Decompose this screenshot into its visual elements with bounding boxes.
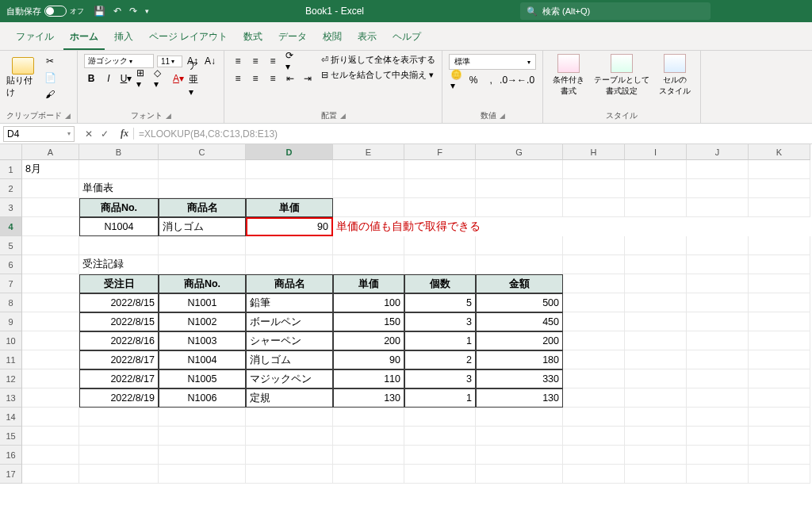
tab-home[interactable]: ホーム [63, 27, 105, 50]
cell[interactable] [687, 255, 749, 274]
cell[interactable] [687, 465, 749, 484]
cell[interactable] [404, 465, 476, 484]
cell[interactable] [159, 446, 246, 465]
undo-icon[interactable]: ↶ [113, 6, 121, 17]
col-header[interactable]: F [404, 144, 476, 160]
cell[interactable] [333, 255, 404, 274]
cell[interactable] [625, 236, 687, 255]
cell[interactable] [687, 446, 749, 465]
cell[interactable]: 5 [404, 293, 476, 312]
cell[interactable] [749, 388, 810, 408]
cell[interactable] [687, 408, 749, 427]
cell[interactable] [625, 274, 687, 293]
cell[interactable] [563, 408, 625, 427]
cell[interactable] [404, 179, 476, 198]
cell[interactable] [22, 198, 79, 217]
col-header[interactable]: C [159, 144, 246, 160]
cell[interactable] [687, 198, 749, 217]
cell[interactable]: N1002 [159, 312, 246, 331]
currency-icon[interactable]: 🪙 ▾ [449, 73, 463, 87]
cell[interactable]: シャーペン [246, 331, 333, 350]
cell[interactable] [476, 198, 563, 217]
cell[interactable] [687, 350, 749, 369]
row-header[interactable]: 9 [0, 312, 22, 331]
cell[interactable] [246, 427, 333, 446]
cell[interactable] [79, 465, 159, 484]
cell[interactable] [563, 274, 625, 293]
cell[interactable] [22, 236, 79, 255]
cell[interactable] [749, 236, 810, 255]
cell[interactable] [159, 408, 246, 427]
cell[interactable] [625, 179, 687, 198]
cell[interactable]: 単価の値も自動で取得できる [333, 217, 634, 236]
row-header[interactable]: 16 [0, 446, 22, 465]
cell[interactable]: 3 [404, 312, 476, 331]
align-left-icon[interactable]: ≡ [231, 71, 245, 86]
cell[interactable]: 90 [333, 350, 404, 369]
cell[interactable] [79, 446, 159, 465]
cell[interactable] [22, 408, 79, 427]
save-icon[interactable]: 💾 [94, 6, 105, 17]
phonetic-button[interactable]: ア亜 ▾ [189, 71, 203, 86]
cell[interactable] [333, 198, 404, 217]
percent-icon[interactable]: % [466, 73, 481, 87]
cell[interactable] [687, 179, 749, 198]
cell[interactable] [749, 179, 810, 198]
cell[interactable] [687, 369, 749, 388]
cell[interactable] [79, 160, 159, 179]
cell[interactable] [404, 198, 476, 217]
cell[interactable] [563, 255, 625, 274]
cell[interactable] [749, 408, 810, 427]
cell[interactable] [687, 312, 749, 331]
cell[interactable] [246, 465, 333, 484]
cell[interactable]: 330 [476, 369, 563, 388]
merge-center-button[interactable]: ⊟ セルを結合して中央揃え ▾ [321, 69, 435, 81]
col-header[interactable]: B [79, 144, 159, 160]
cell[interactable] [749, 331, 810, 350]
cell[interactable] [404, 427, 476, 446]
cell[interactable] [625, 408, 687, 427]
dialog-launcher-icon[interactable]: ◢ [340, 112, 346, 120]
cell[interactable]: 定規 [246, 388, 333, 408]
cell[interactable] [476, 255, 563, 274]
cell[interactable]: 単価 [246, 198, 333, 217]
orientation-icon[interactable]: ⟳ ▾ [283, 54, 297, 68]
dialog-launcher-icon[interactable]: ◢ [166, 112, 171, 120]
cell[interactable]: 1 [404, 388, 476, 408]
cell[interactable] [563, 331, 625, 350]
cell[interactable] [22, 369, 79, 388]
cell[interactable]: 単価 [333, 274, 404, 293]
cell[interactable] [687, 331, 749, 350]
tab-insert[interactable]: 挿入 [108, 27, 140, 50]
fx-icon[interactable]: fx [116, 128, 134, 140]
redo-icon[interactable]: ↷ [129, 6, 137, 17]
cell[interactable] [22, 255, 79, 274]
cell[interactable]: 8月 [22, 160, 79, 179]
row-header[interactable]: 14 [0, 408, 22, 427]
cell[interactable]: 2022/8/15 [79, 293, 159, 312]
dec-decimal-icon[interactable]: ←.0 [519, 73, 533, 87]
cell[interactable]: 商品名 [159, 198, 246, 217]
format-as-table-button[interactable]: テーブルとして 書式設定 [591, 54, 653, 97]
cell[interactable] [476, 446, 563, 465]
tab-data[interactable]: データ [272, 27, 313, 50]
cell[interactable]: 2022/8/16 [79, 331, 159, 350]
cell[interactable] [563, 350, 625, 369]
cell[interactable] [22, 274, 79, 293]
indent-dec-icon[interactable]: ⇤ [283, 71, 297, 86]
cell[interactable] [687, 274, 749, 293]
cell[interactable]: N1004 [79, 217, 159, 236]
cell[interactable] [625, 160, 687, 179]
align-center-icon[interactable]: ≡ [248, 71, 262, 86]
cell[interactable] [22, 331, 79, 350]
cell[interactable] [687, 388, 749, 408]
cell[interactable] [404, 236, 476, 255]
cell[interactable] [333, 465, 404, 484]
cell[interactable] [625, 350, 687, 369]
cell[interactable] [22, 312, 79, 331]
col-header[interactable]: I [625, 144, 687, 160]
cell[interactable]: 500 [476, 293, 563, 312]
cell[interactable] [749, 369, 810, 388]
cell[interactable] [246, 408, 333, 427]
col-header[interactable]: H [563, 144, 625, 160]
